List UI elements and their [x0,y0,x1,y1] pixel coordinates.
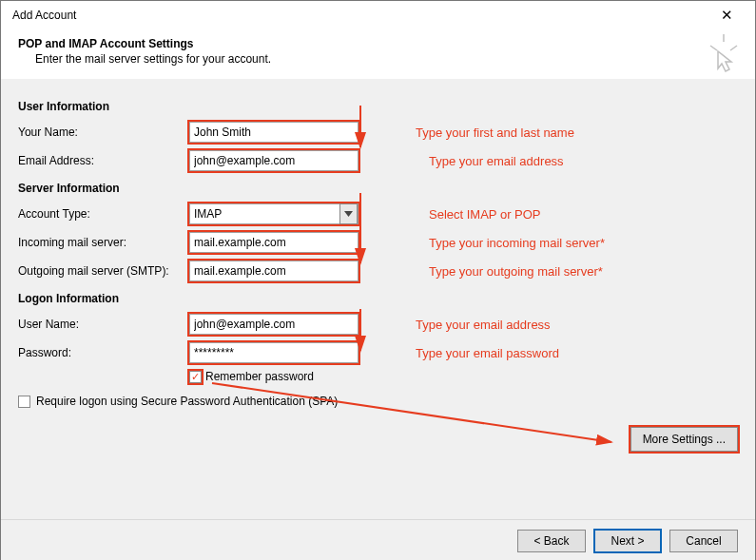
header: POP and IMAP Account Settings Enter the … [1,29,755,79]
label-incoming: Incoming mail server: [18,236,189,249]
back-button[interactable]: < Back [517,530,586,552]
annotation-password: Type your email password [416,346,559,360]
label-account-type: Account Type: [18,207,189,221]
cursor-icon [707,34,741,75]
close-button[interactable]: ✕ [708,7,746,24]
footer: < Back Next > Cancel [1,519,755,560]
svg-line-1 [710,46,717,50]
more-settings-button[interactable]: More Settings ... [630,427,738,452]
annotation-user-name: Type your email address [416,318,551,332]
spa-checkbox[interactable] [18,396,30,408]
label-email: Email Address: [18,154,189,167]
annotation-your-name: Type your first and last name [416,126,574,140]
svg-line-2 [730,46,737,50]
dialog-body: User Information Your Name: Type your fi… [1,79,755,519]
outgoing-server-input[interactable] [189,261,359,281]
label-outgoing: Outgoing mail server (SMTP): [18,264,189,278]
svg-line-6 [212,383,611,442]
checkmark-icon: ✓ [191,372,200,382]
next-button[interactable]: Next > [593,529,662,553]
add-account-window: Add Account ✕ POP and IMAP Account Setti… [0,0,756,560]
incoming-server-input[interactable] [189,232,359,253]
your-name-input[interactable] [189,122,359,143]
remember-password-checkbox[interactable]: ✓ [189,371,202,383]
remember-password-label: Remember password [205,370,314,383]
label-password: Password: [18,346,189,359]
section-logon-info: Logon Information [18,292,738,305]
email-input[interactable] [189,150,359,171]
header-subtitle: Enter the mail server settings for your … [18,52,738,66]
label-user-name: User Name: [18,318,189,331]
section-user-info: User Information [18,100,738,113]
label-your-name: Your Name: [18,126,189,139]
section-server-info: Server Information [18,182,738,195]
annotation-account-type: Select IMAP or POP [416,207,541,222]
account-type-select[interactable]: IMAP [189,203,359,224]
password-input[interactable] [189,342,359,363]
annotation-outgoing: Type your outgoing mail server* [416,264,603,279]
annotation-email: Type your email address [416,154,564,168]
titlebar: Add Account ✕ [1,1,755,29]
user-name-input[interactable] [189,314,359,335]
annotation-incoming: Type your incoming mail server* [416,236,605,250]
window-title: Add Account [10,9,76,22]
header-title: POP and IMAP Account Settings [18,37,738,50]
cancel-button[interactable]: Cancel [669,530,738,552]
dropdown-icon[interactable] [339,203,358,224]
spa-label: Require logon using Secure Password Auth… [36,395,338,408]
account-type-value: IMAP [194,207,222,221]
